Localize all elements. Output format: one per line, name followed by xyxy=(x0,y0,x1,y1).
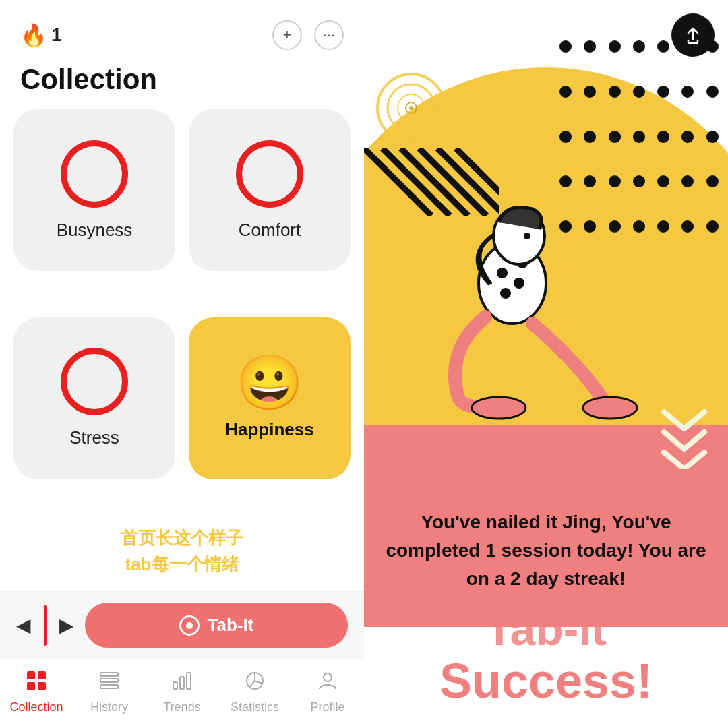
svg-point-30 xyxy=(472,397,526,419)
dot xyxy=(559,131,572,143)
dot xyxy=(633,131,645,143)
mood-grid: Busyness Comfort Stress 😀 Happiness xyxy=(0,109,364,512)
svg-rect-2 xyxy=(27,682,35,690)
nav-item-collection[interactable]: Collection xyxy=(0,670,73,715)
dot xyxy=(681,131,694,143)
dot xyxy=(633,40,645,53)
progress-line xyxy=(44,605,47,646)
dot xyxy=(657,86,669,98)
svg-rect-8 xyxy=(180,677,184,689)
svg-rect-0 xyxy=(27,671,35,679)
dot xyxy=(657,220,669,233)
dot xyxy=(706,175,719,187)
nav-label-profile: Profile xyxy=(310,700,344,715)
left-panel: 🔥 1 + ··· Collection Busyness Comfort St… xyxy=(0,0,364,728)
media-progress xyxy=(42,605,49,646)
svg-rect-6 xyxy=(100,685,118,688)
dot xyxy=(609,40,621,53)
svg-rect-9 xyxy=(187,673,191,689)
comfort-label: Comfort xyxy=(239,220,301,241)
figure-illustration xyxy=(371,148,654,472)
svg-rect-1 xyxy=(38,671,46,679)
nav-label-history: History xyxy=(90,700,128,715)
svg-rect-4 xyxy=(100,673,118,676)
header-actions: + ··· xyxy=(272,20,344,50)
right-content: You've nailed it Jing, You've completed … xyxy=(364,0,728,728)
svg-rect-7 xyxy=(173,682,177,689)
nav-label-trends: Trends xyxy=(163,700,200,715)
nav-item-statistics[interactable]: Statistics xyxy=(218,670,291,715)
dot xyxy=(584,40,596,53)
share-button[interactable] xyxy=(671,13,715,57)
dot xyxy=(559,86,572,98)
tabit-btn-label: Tab-It xyxy=(208,615,254,636)
busyness-label: Busyness xyxy=(57,220,133,241)
success-message: You've nailed it Jing, You've completed … xyxy=(377,508,715,593)
media-next-button[interactable]: ▶ xyxy=(59,614,74,636)
add-button[interactable]: + xyxy=(272,20,302,50)
svg-point-29 xyxy=(524,233,530,239)
profile-icon xyxy=(317,670,338,696)
collection-icon xyxy=(26,670,47,696)
nav-label-collection: Collection xyxy=(9,700,63,715)
nav-item-history[interactable]: History xyxy=(73,670,146,715)
dot xyxy=(657,131,669,143)
flame-icon: 🔥 xyxy=(20,22,47,48)
svg-rect-5 xyxy=(100,679,118,682)
happiness-emoji: 😀 xyxy=(236,356,303,410)
annotation-line1: 首页长这个样子 xyxy=(20,525,344,551)
tabit-success: Success! xyxy=(377,655,715,708)
mood-card-happiness[interactable]: 😀 Happiness xyxy=(189,317,351,479)
dot xyxy=(681,175,694,187)
history-icon xyxy=(98,670,120,696)
dot xyxy=(657,175,669,187)
svg-point-31 xyxy=(583,397,637,419)
dot xyxy=(633,86,645,98)
page-title: Collection xyxy=(0,57,364,109)
media-prev-button[interactable]: ◀ xyxy=(16,614,31,636)
dot xyxy=(706,220,719,233)
svg-point-26 xyxy=(500,288,511,299)
success-overlay: You've nailed it Jing, You've completed … xyxy=(364,495,728,728)
bottom-nav: Collection History Trends xyxy=(0,659,364,728)
mood-card-busyness[interactable]: Busyness xyxy=(13,109,175,271)
tabit-btn-icon xyxy=(179,615,200,636)
dot xyxy=(584,86,596,98)
stress-label: Stress xyxy=(69,427,119,448)
dot xyxy=(706,131,719,143)
statistics-icon xyxy=(244,670,266,696)
more-button[interactable]: ··· xyxy=(314,20,344,50)
tabit-title: Tab-It xyxy=(377,604,715,655)
annotation-line2: tab每一个情绪 xyxy=(20,551,344,578)
nav-item-profile[interactable]: Profile xyxy=(291,670,364,715)
tabit-button[interactable]: Tab-It xyxy=(85,603,348,648)
nav-label-statistics: Statistics xyxy=(231,700,279,715)
comfort-icon xyxy=(236,140,303,208)
annotation-text: 首页长这个样子 tab每一个情绪 xyxy=(0,512,364,591)
stress-icon xyxy=(61,348,128,415)
app-header: 🔥 1 + ··· xyxy=(0,0,364,57)
mood-card-comfort[interactable]: Comfort xyxy=(189,109,351,271)
streak-count: 1 xyxy=(51,24,62,46)
dot xyxy=(559,40,572,53)
svg-point-16 xyxy=(409,106,413,110)
happiness-label: Happiness xyxy=(225,419,314,440)
streak-info: 🔥 1 xyxy=(20,22,62,48)
trends-icon xyxy=(171,670,193,696)
dot xyxy=(657,40,669,53)
media-bar: ◀ ▶ Tab-It xyxy=(0,591,364,659)
nav-item-trends[interactable]: Trends xyxy=(146,670,218,715)
mood-card-stress[interactable]: Stress xyxy=(13,317,175,479)
dot xyxy=(681,86,694,98)
right-panel: You've nailed it Jing, You've completed … xyxy=(364,0,728,728)
svg-point-11 xyxy=(324,673,332,681)
svg-rect-3 xyxy=(38,682,46,690)
dot xyxy=(584,131,596,143)
svg-point-25 xyxy=(514,278,524,289)
dot xyxy=(681,220,694,233)
busyness-icon xyxy=(61,140,128,208)
dot xyxy=(609,86,621,98)
svg-point-24 xyxy=(497,268,508,278)
dot xyxy=(706,86,719,98)
dot xyxy=(609,131,621,143)
